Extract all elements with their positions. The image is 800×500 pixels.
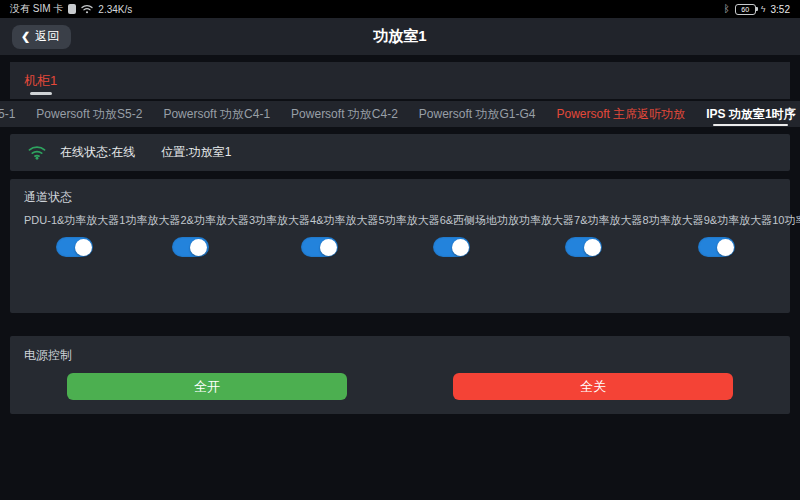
channel-item: PDU-1&功率放大器1 — [24, 213, 125, 257]
channel-item: 功率放大器6&西侧场地功放 — [385, 213, 519, 257]
channel-item: 功率放大器9&功率放大器10 — [649, 213, 785, 257]
all-off-button[interactable]: 全关 — [453, 373, 733, 400]
channel-label: 功率放大器2&功率放大器3 — [125, 213, 255, 228]
bluetooth-icon: ᛒ — [724, 4, 730, 14]
channel-label: 功率放大器6&西侧场地功放 — [385, 213, 519, 228]
tab-amp-s5-2[interactable]: Powersoft 功放S5-2 — [36, 101, 142, 127]
tab-amp-s5-1[interactable]: S5-1 — [0, 101, 15, 127]
tab-ips-sequencer[interactable]: IPS 功放室1时序 — [706, 101, 795, 127]
channel-item: 功率放大器11&功率放大器12 — [784, 213, 800, 257]
status-bar-left: 没有 SIM 卡 2.34K/s — [10, 2, 132, 16]
tab-amp-c4-2[interactable]: Powersoft 功放C4-2 — [291, 101, 398, 127]
channel-label: PDU-1&功率放大器1 — [24, 213, 125, 228]
channel-row: PDU-1&功率放大器1 功率放大器2&功率放大器3 功率放大器4&功率放大器5… — [24, 213, 776, 257]
wifi-online-icon — [28, 145, 46, 160]
channel-status-panel: 通道状态 PDU-1&功率放大器1 功率放大器2&功率放大器3 功率放大器4&功… — [10, 179, 790, 313]
cabinet-tab-label: 机柜1 — [24, 72, 57, 90]
tab-amp-c4-1[interactable]: Powersoft 功放C4-1 — [163, 101, 270, 127]
cabinet-tab-underline — [30, 92, 52, 95]
device-tab-row: S5-1 Powersoft 功放S5-2 Powersoft 功放C4-1 P… — [0, 101, 800, 127]
connection-status-panel: 在线状态:在线 位置:功放室1 — [10, 134, 790, 171]
page-title: 功放室1 — [0, 27, 800, 46]
channel-item: 功率放大器4&功率放大器5 — [255, 213, 385, 257]
channel-toggle-1[interactable] — [56, 237, 93, 257]
cabinet-tab-strip: 机柜1 — [10, 62, 790, 99]
back-chevron-icon: ❮ — [21, 30, 30, 43]
power-control-panel: 电源控制 全开 全关 — [10, 336, 790, 414]
channel-label: 功率放大器9&功率放大器10 — [649, 213, 785, 228]
power-buttons: 全开 全关 — [24, 373, 776, 400]
system-status-bar: 没有 SIM 卡 2.34K/s ᛒ 60 ϟ 3:52 — [0, 0, 800, 18]
location-label: 位置:功放室1 — [161, 144, 231, 161]
clock-label: 3:52 — [771, 4, 790, 15]
network-speed-label: 2.34K/s — [98, 4, 132, 15]
power-panel-title: 电源控制 — [24, 347, 776, 364]
back-button-label: 返回 — [35, 28, 59, 45]
status-bar-right: ᛒ 60 ϟ 3:52 — [724, 4, 790, 15]
wifi-status-icon — [81, 4, 93, 14]
channel-item: 功率放大器2&功率放大器3 — [125, 213, 255, 257]
tab-chairman-monitor-amp[interactable]: Powersoft 主席返听功放 — [557, 101, 686, 127]
no-sim-label: 没有 SIM 卡 — [10, 2, 63, 16]
app-header: ❮ 返回 功放室1 — [0, 18, 800, 55]
channel-toggle-5[interactable] — [565, 237, 602, 257]
tab-amp-g1-g4[interactable]: Powersoft 功放G1-G4 — [419, 101, 536, 127]
connection-texts: 在线状态:在线 位置:功放室1 — [60, 144, 231, 161]
online-status-label: 在线状态:在线 — [60, 144, 135, 161]
all-on-button[interactable]: 全开 — [67, 373, 347, 400]
sim-card-icon — [68, 4, 76, 14]
channel-toggle-6[interactable] — [698, 237, 735, 257]
back-button[interactable]: ❮ 返回 — [12, 25, 71, 49]
channel-label: 功率放大器7&功率放大器8 — [519, 213, 649, 228]
battery-level: 60 — [741, 6, 749, 13]
channel-item: 功率放大器7&功率放大器8 — [519, 213, 649, 257]
channel-label: 功率放大器4&功率放大器5 — [255, 213, 385, 228]
channel-label: 功率放大器11&功率放大器12 — [784, 213, 800, 228]
channel-panel-title: 通道状态 — [24, 189, 776, 206]
channel-toggle-4[interactable] — [433, 237, 470, 257]
channel-toggle-3[interactable] — [301, 237, 338, 257]
tab-cabinet-1[interactable]: 机柜1 — [22, 62, 59, 99]
channel-toggle-2[interactable] — [172, 237, 209, 257]
charging-icon: ϟ — [761, 5, 766, 14]
battery-icon: 60 — [735, 4, 756, 15]
